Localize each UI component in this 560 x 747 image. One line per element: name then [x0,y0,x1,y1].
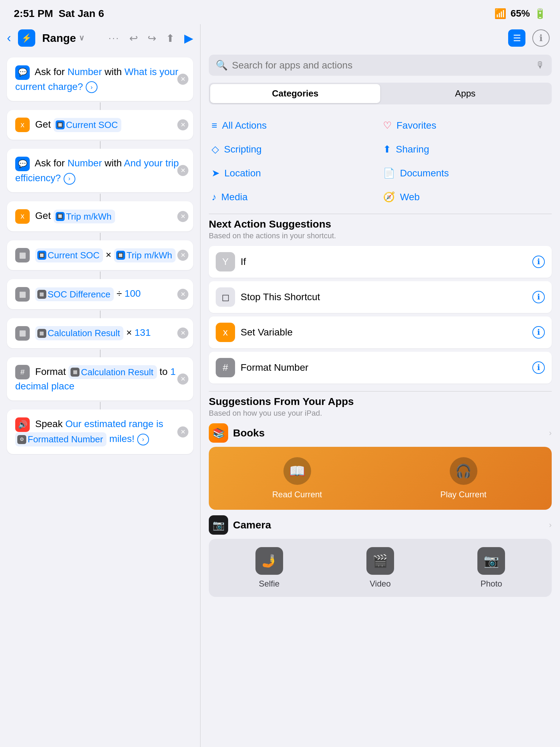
documents-label: Documents [400,168,449,179]
search-wrap: 🔍 🎙 [200,52,560,81]
remove-action-button[interactable]: ✕ [177,374,188,385]
variable-icon: x [15,118,30,132]
documents-icon: 📄 [383,167,395,179]
connector [100,350,101,357]
if-label: If [241,256,532,267]
selfie-icon: 🤳 [255,547,283,575]
setvar-info-button[interactable]: ℹ [532,326,545,339]
sidebar-item-sharing[interactable]: ⬆ Sharing [380,138,552,160]
camera-photo-action[interactable]: 📷 Photo [439,547,543,589]
share-button[interactable]: ⬆ [166,32,175,44]
var-pill-calcresult: ▦ Calculation Result [35,326,124,340]
if-info-button[interactable]: ℹ [532,256,545,268]
var-pill-soc2: 🔲 Current SOC [35,248,103,262]
calc-icon: ▦ [15,287,30,302]
left-toolbar: ‹ ⚡ Range ∨ ··· ↩ ↪ ⬆ ▶ [0,24,200,52]
left-pane: ‹ ⚡ Range ∨ ··· ↩ ↪ ⬆ ▶ 💬 Ask for Number… [0,24,200,747]
play-current-icon: 🎧 [450,457,477,485]
action-calc-multiply2: ▦ ▦ Calculation Result × 131 ✕ [7,318,193,348]
photo-label: Photo [480,579,502,589]
sidebar-item-web[interactable]: 🧭 Web [380,186,552,208]
sidebar-item-scripting[interactable]: ◇ Scripting [209,138,380,160]
remove-action-button[interactable]: ✕ [177,74,188,85]
sidebar-item-all-actions[interactable]: ≡ All Actions [209,114,380,137]
camera-video-action[interactable]: 🎬 Video [328,547,432,589]
all-actions-icon: ≡ [212,120,217,131]
redo-button[interactable]: ↪ [148,32,156,44]
sidebar-item-favorites[interactable]: ♡ Favorites [380,114,552,137]
info-button[interactable]: ℹ [532,29,550,47]
apps-section-title: Suggestions From Your Apps [209,396,552,407]
remove-action-button[interactable]: ✕ [177,328,188,339]
suggestion-stop[interactable]: ◻ Stop This Shortcut ℹ [209,281,552,313]
expand-icon[interactable]: › [64,173,75,185]
undo-button[interactable]: ↩ [129,32,138,44]
play-button[interactable]: ▶ [184,31,193,45]
camera-label: Camera [233,519,544,531]
favorites-label: Favorites [396,120,436,131]
read-current-icon: 📖 [283,457,311,485]
web-label: Web [400,192,420,203]
action-speak: 🔊 Speak Our estimated range is ⚙ Formatt… [7,409,193,454]
app-row-camera[interactable]: 📷 Camera › [209,515,552,535]
stop-info-button[interactable]: ℹ [532,291,545,303]
apps-section-subtitle: Based on how you use your iPad. [209,409,552,418]
suggestions-title: Next Action Suggestions [209,218,552,230]
video-label: Video [370,579,391,589]
remove-action-button[interactable]: ✕ [177,211,188,222]
suggestions-subtitle: Based on the actions in your shortcut. [209,231,552,240]
books-read-action[interactable]: 📖 Read Current [219,457,375,499]
format-info-button[interactable]: ℹ [532,361,545,374]
battery-icon: 🔋 [534,8,546,19]
remove-action-button[interactable]: ✕ [177,289,188,300]
shortcut-app-icon: ⚡ [18,29,35,47]
sharing-label: Sharing [396,144,429,155]
expand-icon[interactable]: › [86,81,97,93]
segment-apps[interactable]: Apps [380,84,550,103]
mic-icon[interactable]: 🎙 [536,60,545,71]
chevron-down-icon[interactable]: ∨ [79,34,84,43]
categories-grid: ≡ All Actions ♡ Favorites ◇ Scripting ⬆ … [200,110,560,212]
remove-action-button[interactable]: ✕ [177,165,188,176]
action-format: # Format ▦ Calculation Result to 1 decim… [7,357,193,401]
sidebar-item-media[interactable]: ♪ Media [209,186,380,208]
expand-icon[interactable]: › [137,434,149,445]
camera-icon: 📷 [209,515,228,535]
action-calc-divide: ▦ ▦ SOC Difference ÷ 100 ✕ [7,279,193,309]
media-label: Media [221,192,248,203]
remove-action-button[interactable]: ✕ [177,119,188,130]
suggestion-if[interactable]: Y If ℹ [209,246,552,278]
app-row-books[interactable]: 📚 Books › [209,423,552,443]
stop-icon: ◻ [216,287,235,307]
remove-action-button[interactable]: ✕ [177,426,188,437]
segment-categories[interactable]: Categories [210,84,380,103]
media-icon: ♪ [212,192,216,203]
if-icon: Y [216,252,235,271]
sidebar-item-location[interactable]: ➤ Location [209,162,380,184]
date-label: Sat Jan 6 [58,8,104,19]
speak-icon: 🔊 [15,417,30,432]
books-play-action[interactable]: 🎧 Play Current [385,457,541,499]
battery-label: 65% [511,8,530,19]
wifi-icon: 📶 [494,8,506,19]
connector [100,402,101,409]
remove-action-button[interactable]: ✕ [177,250,188,261]
back-button[interactable]: ‹ [7,31,11,45]
more-options-button[interactable]: ··· [109,33,120,44]
search-input[interactable] [232,60,532,71]
action-calc-multiply1: ▦ 🔲 Current SOC × 🔲 Trip m/kWh ✕ [7,240,193,270]
divider2 [209,391,552,391]
selfie-label: Selfie [259,579,280,589]
camera-selfie-action[interactable]: 🤳 Selfie [217,547,321,589]
calc-icon: ▦ [15,326,30,341]
connector [100,102,101,110]
suggestion-setvar[interactable]: x Set Variable ℹ [209,316,552,348]
sidebar-item-documents[interactable]: 📄 Documents [380,162,552,184]
suggestion-format[interactable]: # Format Number ℹ [209,352,552,384]
segment-control: Categories Apps [209,83,552,104]
variable-icon: x [15,209,30,224]
gallery-button[interactable]: ☰ [508,29,525,47]
time-label: 2:51 PM [14,8,53,19]
var-pill-socdiff: ▦ SOC Difference [35,287,114,301]
sharing-icon: ⬆ [383,144,391,155]
